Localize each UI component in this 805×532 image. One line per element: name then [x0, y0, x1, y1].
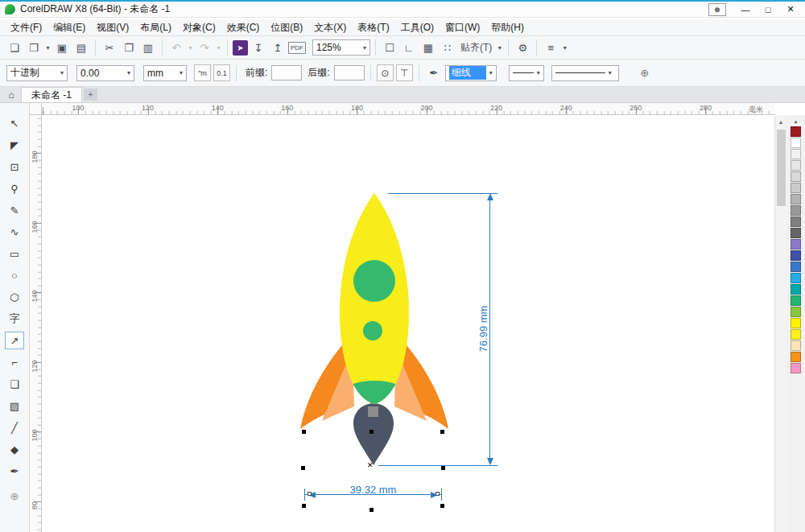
- menu-item-6[interactable]: 效果(C): [221, 19, 266, 36]
- eyedropper-tool[interactable]: ╱: [5, 419, 24, 436]
- palette-scroll-up-icon[interactable]: ▴: [791, 118, 801, 126]
- menu-item-2[interactable]: 编辑(E): [47, 19, 91, 36]
- color-swatch[interactable]: [791, 138, 801, 148]
- outline-width-dropdown[interactable]: 细线 ▾: [445, 65, 497, 81]
- open-dropdown-caret[interactable]: ▾: [44, 39, 52, 56]
- color-swatch[interactable]: [791, 194, 801, 204]
- import-button[interactable]: ↧: [250, 39, 267, 56]
- selection-handle-top-left[interactable]: [302, 430, 306, 434]
- fullscreen-preview-button[interactable]: ☐: [381, 39, 398, 56]
- dimension-units-dropdown[interactable]: mm ▾: [143, 65, 187, 81]
- color-swatch[interactable]: [791, 126, 801, 137]
- menu-item-3[interactable]: 视图(V): [91, 19, 134, 36]
- selection-handle-top-center[interactable]: [369, 430, 374, 434]
- node-align-icon[interactable]: ⊕: [636, 64, 654, 82]
- menu-item-1[interactable]: 文件(F): [5, 19, 47, 36]
- color-swatch[interactable]: [791, 239, 801, 250]
- menu-item-8[interactable]: 文本(X): [308, 19, 352, 36]
- dimension-units-caret[interactable]: ▾: [180, 69, 183, 76]
- line-style-dropdown[interactable]: ▾: [551, 65, 619, 81]
- rocket-nozzle-square[interactable]: [368, 406, 378, 417]
- dimension-precision-dropdown[interactable]: 0.00 ▾: [76, 65, 134, 81]
- arrowhead-style-dropdown[interactable]: ▾: [509, 65, 544, 81]
- text-tool[interactable]: 字: [5, 310, 24, 328]
- outline-tool[interactable]: ✒: [5, 462, 24, 480]
- freehand-tool[interactable]: ✎: [5, 201, 24, 219]
- line-style-caret[interactable]: ▾: [609, 69, 612, 76]
- maximize-button[interactable]: □: [757, 2, 779, 17]
- dynamic-dimensioning-button[interactable]: ⊙: [377, 64, 394, 81]
- dimension-node-right[interactable]: [436, 492, 440, 496]
- document-tab-active[interactable]: 未命名 -1: [21, 87, 82, 102]
- color-swatch[interactable]: [791, 217, 801, 227]
- app-launcher-menu-icon[interactable]: ≡: [542, 39, 559, 56]
- vertical-ruler[interactable]: 18016014012010080: [30, 115, 42, 532]
- color-swatch[interactable]: [791, 183, 801, 193]
- color-swatch[interactable]: [791, 295, 801, 306]
- menu-item-10[interactable]: 工具(O): [395, 19, 440, 36]
- color-swatch[interactable]: [791, 171, 801, 182]
- menu-item-5[interactable]: 对象(C): [177, 19, 221, 36]
- scrollbar-thumb[interactable]: [777, 130, 786, 206]
- quick-customize-button[interactable]: ⊕: [5, 487, 24, 505]
- polygon-tool[interactable]: ⬡: [5, 288, 24, 306]
- dimension-text-position-button[interactable]: ⊤: [396, 64, 413, 81]
- menu-item-12[interactable]: 帮助(H): [485, 19, 530, 36]
- print-button[interactable]: ▤: [72, 39, 90, 56]
- selection-center-mark[interactable]: ✕: [367, 462, 374, 469]
- color-swatch[interactable]: [791, 329, 801, 340]
- color-swatch[interactable]: [791, 250, 801, 261]
- color-swatch[interactable]: [791, 340, 801, 351]
- color-swatch[interactable]: [791, 273, 801, 283]
- arrowhead-caret[interactable]: ▾: [537, 69, 540, 76]
- rocket-window-small[interactable]: [363, 321, 382, 340]
- drawing-canvas[interactable]: 76.99 mm 39.32 mm ✕: [42, 115, 774, 532]
- save-button[interactable]: ▣: [53, 39, 71, 56]
- horizontal-ruler[interactable]: 100120140160180200220240260280 毫米: [42, 103, 774, 115]
- options-gear-icon[interactable]: ⚙: [514, 39, 531, 56]
- connector-tool[interactable]: ⌐: [5, 353, 24, 371]
- color-swatch[interactable]: [791, 284, 801, 295]
- color-swatch[interactable]: [791, 363, 801, 373]
- selection-handle-bottom-center[interactable]: [369, 508, 374, 512]
- scrollbar-up-arrow[interactable]: ▲: [775, 116, 786, 127]
- menu-item-11[interactable]: 窗口(W): [440, 19, 485, 36]
- dimension-style-dropdown[interactable]: 十进制 ▾: [6, 65, 68, 81]
- account-icon[interactable]: ☻: [708, 3, 726, 16]
- zoom-dropdown-caret[interactable]: ▾: [363, 44, 366, 52]
- show-rulers-button[interactable]: ∟: [400, 39, 418, 56]
- publish-pdf-button[interactable]: PDF: [288, 42, 306, 54]
- color-swatch[interactable]: [791, 318, 801, 328]
- prefix-input[interactable]: [271, 65, 302, 80]
- snap-to-dropdown[interactable]: 贴齐(T): [458, 39, 494, 56]
- height-dimension-extension-top[interactable]: [388, 193, 497, 194]
- snap-to-caret[interactable]: ▾: [496, 39, 503, 56]
- selection-handle-bottom-right[interactable]: [440, 504, 444, 508]
- minimize-button[interactable]: —: [734, 2, 757, 17]
- pick-tool[interactable]: ↖: [5, 114, 24, 132]
- menu-item-4[interactable]: 布局(L): [134, 19, 177, 36]
- leading-zero-toggle[interactable]: 0.1: [213, 64, 230, 81]
- redo-dropdown-caret[interactable]: ▾: [215, 39, 222, 56]
- selection-handle-bottom-left[interactable]: [302, 504, 306, 508]
- menu-item-9[interactable]: 表格(T): [352, 19, 394, 36]
- height-dimension-extension-bottom[interactable]: [378, 465, 497, 466]
- transparency-tool[interactable]: ▧: [5, 397, 24, 414]
- crop-tool[interactable]: ⊡: [5, 158, 24, 175]
- redo-button[interactable]: ↷: [196, 39, 213, 56]
- rocket-window-large[interactable]: [353, 260, 395, 302]
- color-swatch[interactable]: [791, 149, 801, 159]
- dimension-node-left[interactable]: [308, 492, 312, 496]
- drop-shadow-tool[interactable]: ❑: [5, 375, 24, 393]
- color-swatch[interactable]: [791, 307, 801, 317]
- ruler-corner[interactable]: [30, 103, 42, 115]
- color-swatch[interactable]: [791, 352, 801, 362]
- artistic-media-tool[interactable]: ∿: [5, 223, 24, 241]
- application-launcher-icon[interactable]: ➤: [233, 40, 248, 56]
- shape-tool[interactable]: ◤: [5, 136, 24, 154]
- selection-handle-mid-left[interactable]: [301, 466, 305, 470]
- outline-width-caret[interactable]: ▾: [489, 69, 493, 76]
- color-swatch[interactable]: [791, 205, 801, 216]
- export-button[interactable]: ↥: [269, 39, 287, 56]
- cut-button[interactable]: ✂: [101, 39, 118, 56]
